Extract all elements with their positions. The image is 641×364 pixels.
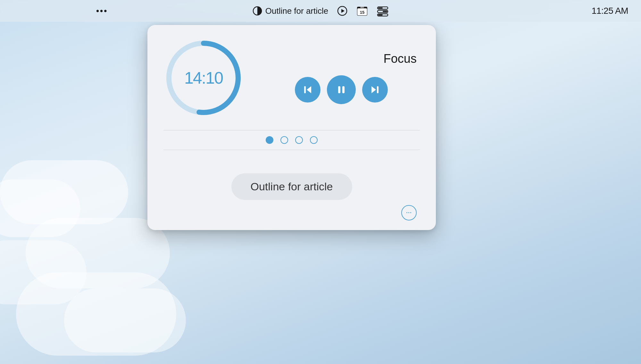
more-dots-icon: ··· [406, 210, 412, 216]
bottom-divider [163, 150, 420, 150]
svg-rect-11 [378, 7, 383, 9]
more-options-button[interactable]: ··· [401, 205, 417, 220]
menubar-play-icon[interactable] [337, 6, 347, 16]
next-button[interactable] [362, 77, 388, 103]
task-label[interactable]: Outline for article [231, 173, 352, 200]
svg-text:15: 15 [360, 10, 364, 15]
timer-circle-wrapper: 14:10 [163, 38, 244, 118]
menubar-title-text: Outline for article [265, 6, 329, 16]
svg-rect-18 [338, 86, 340, 93]
menubar-calendar-icon[interactable]: WED 15 [356, 5, 368, 17]
timer-display: 14:10 [184, 68, 223, 87]
dot-3[interactable] [295, 136, 303, 144]
focus-label: Focus [384, 52, 417, 66]
dot-1[interactable] [266, 136, 273, 144]
top-section: 14:10 Focus [163, 38, 420, 118]
pause-button[interactable] [327, 75, 356, 104]
menubar-app-title-group[interactable]: Outline for article [253, 6, 329, 16]
half-circle-icon [253, 6, 262, 16]
dot-4[interactable] [310, 136, 318, 144]
menubar-center-items: ••• Outline for article WED 15 [0, 5, 641, 17]
svg-rect-17 [304, 86, 306, 93]
svg-rect-19 [342, 86, 345, 93]
dot-2[interactable] [280, 136, 288, 144]
skip-forward-icon [370, 84, 380, 95]
menubar-belt-icon[interactable] [377, 5, 388, 17]
controls-section: Focus [263, 52, 420, 104]
pause-icon [336, 84, 347, 95]
top-divider [163, 130, 420, 130]
dots-row [163, 133, 420, 147]
svg-rect-21 [377, 86, 379, 93]
task-section: Outline for article ··· [163, 153, 420, 217]
menubar-time: 11:25 AM [592, 6, 628, 16]
svg-marker-20 [371, 86, 376, 93]
menubar-dots[interactable]: ••• [96, 6, 108, 16]
skip-back-icon [302, 84, 313, 95]
svg-marker-2 [341, 9, 345, 13]
prev-button[interactable] [295, 77, 320, 103]
control-buttons [295, 75, 388, 104]
svg-marker-16 [307, 86, 311, 93]
menubar: ••• Outline for article WED 15 [0, 0, 641, 22]
svg-rect-13 [378, 14, 383, 16]
svg-rect-12 [383, 11, 387, 12]
svg-text:WED: WED [360, 6, 364, 8]
popup-card: 14:10 Focus [147, 25, 436, 230]
